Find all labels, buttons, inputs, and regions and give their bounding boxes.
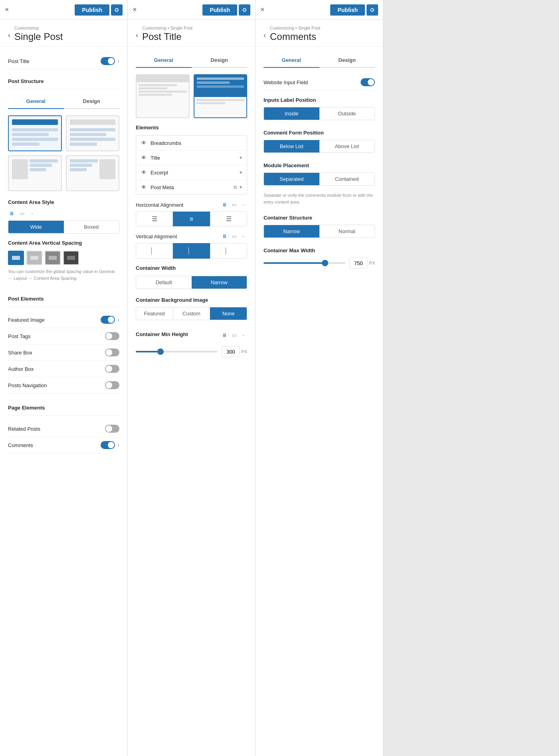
panel3-close-button[interactable]: × — [260, 6, 265, 14]
container-min-height-input[interactable] — [222, 346, 240, 357]
featured-image-chevron[interactable]: › — [117, 317, 119, 323]
container-width-narrow-btn[interactable]: Narrow — [192, 276, 247, 289]
layout-card-3[interactable] — [8, 155, 62, 191]
cmh-mobile-icon[interactable]: ▫ — [240, 332, 247, 339]
tablet-icon[interactable]: ▭ — [18, 210, 26, 217]
form-position-above-btn[interactable]: Above List — [319, 140, 375, 152]
bg-custom-btn[interactable]: Custom — [173, 307, 210, 320]
structure-narrow-btn[interactable]: Narrow — [264, 225, 319, 237]
breadcrumbs-name: Breadcrumbs — [151, 140, 242, 146]
container-width-default-btn[interactable]: Default — [136, 276, 192, 289]
posts-navigation-toggle[interactable] — [105, 381, 119, 389]
bg-featured-btn[interactable]: Featured — [136, 307, 173, 320]
layout-card-1[interactable] — [8, 115, 62, 151]
h-align-desktop-icon[interactable]: 🖥 — [221, 201, 228, 208]
panel1-publish-button[interactable]: Publish — [75, 4, 109, 16]
h-align-label: Horizontal Alignment — [136, 202, 183, 208]
author-box-toggle[interactable] — [105, 365, 119, 373]
v-align-mobile-icon[interactable]: ▫ — [240, 233, 247, 240]
spacing-option-3[interactable] — [45, 251, 61, 265]
layout-card-2[interactable] — [66, 115, 120, 151]
container-max-width-track[interactable] — [264, 262, 345, 264]
panel1-header: ‹ Customizing Single Post — [0, 20, 127, 47]
comments-chevron[interactable]: › — [117, 442, 119, 448]
spacing-option-4[interactable] — [63, 251, 79, 265]
post-title-chevron[interactable]: › — [117, 58, 119, 64]
container-min-height-section: Container Min Height 🖥 ▭ ▫ PX — [136, 328, 247, 357]
excerpt-dropdown-icon[interactable]: ▾ — [240, 170, 242, 175]
panel2-tab-design[interactable]: Design — [192, 53, 248, 68]
panel2-gear-button[interactable]: ⚙ — [239, 4, 250, 16]
excerpt-eye-icon[interactable]: 👁 — [141, 169, 147, 176]
placement-contained-btn[interactable]: Contained — [319, 173, 375, 185]
panel2-tab-general[interactable]: General — [136, 53, 192, 68]
spacing-option-2[interactable] — [26, 251, 42, 265]
container-min-height-unit: PX — [241, 349, 247, 354]
structure-normal-btn[interactable]: Normal — [319, 225, 375, 237]
h-align-right-btn[interactable]: ☰ — [210, 212, 247, 226]
inputs-label-position-section: Inputs Label Position Inside Outside — [264, 97, 375, 120]
panel2-back-arrow[interactable]: ‹ — [136, 31, 138, 40]
panel3-tab-bar: General Design — [264, 53, 375, 68]
label-position-outside-btn[interactable]: Outside — [319, 107, 375, 120]
excerpt-name: Excerpt — [151, 170, 236, 176]
panel1-gear-button[interactable]: ⚙ — [111, 4, 123, 16]
v-align-bottom-btn[interactable]: ⎸ — [210, 243, 247, 259]
cmh-tablet-icon[interactable]: ▭ — [230, 332, 238, 339]
postmeta-dropdown-icon[interactable]: ▾ — [240, 184, 242, 190]
v-align-desktop-icon[interactable]: 🖥 — [221, 233, 228, 240]
preview-card-1[interactable] — [136, 74, 190, 118]
spacing-option-1[interactable] — [8, 251, 24, 265]
cmh-desktop-icon[interactable]: 🖥 — [221, 332, 228, 339]
v-align-tablet-icon[interactable]: ▭ — [230, 233, 238, 240]
panel3-publish-button[interactable]: Publish — [330, 4, 365, 16]
desktop-icon[interactable]: 🖥 — [8, 210, 15, 217]
related-posts-toggle[interactable] — [105, 425, 119, 433]
v-align-top-btn[interactable]: ⎸ — [136, 243, 173, 259]
placement-separated-btn[interactable]: Separated — [264, 173, 319, 185]
panel2-publish-button[interactable]: Publish — [202, 4, 237, 16]
postmeta-copy-icon[interactable]: ⧉ — [234, 184, 237, 190]
container-bg-image-label: Container Background Image — [136, 297, 247, 303]
h-align-center-btn[interactable]: ≡ — [173, 212, 210, 226]
page-elements-label: Page Elements — [8, 405, 119, 411]
panel1-tab-design[interactable]: Design — [64, 94, 120, 109]
postmeta-eye-icon[interactable]: 👁 — [141, 184, 147, 190]
panel3-tab-general[interactable]: General — [264, 53, 319, 68]
post-title-toggle[interactable] — [101, 57, 115, 65]
panel1-back-arrow[interactable]: ‹ — [8, 31, 10, 40]
panel2-close-button[interactable]: × — [133, 6, 137, 14]
container-min-height-track[interactable] — [136, 351, 218, 352]
panel2-elements-label: Elements — [136, 125, 247, 131]
container-max-width-input[interactable] — [349, 257, 367, 269]
h-align-tablet-icon[interactable]: ▭ — [230, 201, 238, 208]
label-position-inside-btn[interactable]: Inside — [264, 107, 319, 120]
style-boxed-btn[interactable]: Boxed — [64, 221, 119, 233]
featured-image-toggle[interactable] — [101, 316, 115, 324]
h-align-mobile-icon[interactable]: ▫ — [240, 201, 247, 208]
panel1-tab-general[interactable]: General — [8, 94, 64, 109]
panel3-gear-button[interactable]: ⚙ — [367, 4, 378, 16]
panel1-close-button[interactable]: × — [5, 6, 9, 14]
element-excerpt: 👁 Excerpt ▾ — [136, 165, 247, 180]
breadcrumbs-eye-icon[interactable]: 👁 — [141, 140, 147, 146]
panel3-tab-design[interactable]: Design — [319, 53, 375, 68]
mobile-icon[interactable]: ▫ — [29, 210, 36, 217]
preview-card-2[interactable] — [194, 74, 248, 118]
post-tags-toggle[interactable] — [105, 332, 119, 340]
panel3-back-arrow[interactable]: ‹ — [264, 31, 266, 40]
share-box-row: Share Box — [8, 344, 119, 361]
v-align-middle-btn[interactable]: ⎸ — [173, 243, 210, 259]
title-dropdown-icon[interactable]: ▾ — [240, 155, 242, 160]
comments-toggle[interactable] — [101, 441, 115, 449]
website-input-toggle[interactable] — [361, 78, 375, 86]
title-eye-icon[interactable]: 👁 — [141, 154, 147, 161]
form-position-below-btn[interactable]: Below List — [264, 140, 319, 152]
spacing-icons — [8, 251, 119, 265]
share-box-toggle[interactable] — [105, 348, 119, 356]
bg-none-btn[interactable]: None — [210, 307, 247, 320]
h-align-left-btn[interactable]: ☰ — [136, 212, 173, 226]
layout-card-4[interactable] — [66, 155, 120, 191]
panel2-header: ‹ Customizing • Single Post Post Title — [128, 20, 255, 47]
style-wide-btn[interactable]: Wide — [8, 221, 64, 233]
